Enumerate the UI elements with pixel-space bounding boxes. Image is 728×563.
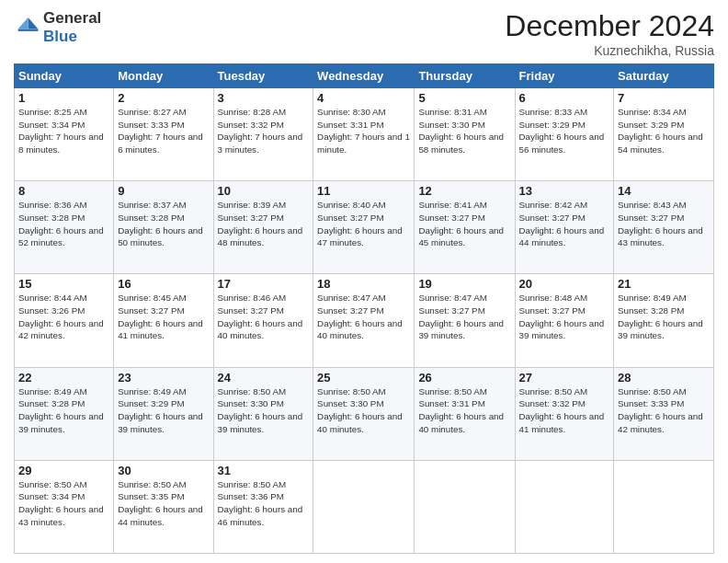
week-row-2: 8 Sunrise: 8:36 AM Sunset: 3:28 PM Dayli…: [15, 181, 714, 274]
day-number: 10: [218, 184, 310, 198]
day-number: 27: [519, 371, 610, 385]
day-number: 31: [218, 464, 310, 477]
calendar-cell: 31 Sunrise: 8:50 AM Sunset: 3:36 PM Dayl…: [213, 460, 313, 553]
calendar-cell: 28 Sunrise: 8:50 AM Sunset: 3:33 PM Dayl…: [614, 367, 714, 460]
col-thursday: Thursday: [415, 64, 515, 88]
day-detail: Sunrise: 8:30 AM Sunset: 3:31 PM Dayligh…: [317, 106, 410, 156]
col-tuesday: Tuesday: [213, 64, 313, 88]
calendar-cell: 22 Sunrise: 8:49 AM Sunset: 3:28 PM Dayl…: [15, 367, 114, 460]
header: General Blue December 2024 Kuznechikha, …: [14, 9, 714, 58]
day-detail: Sunrise: 8:34 AM Sunset: 3:29 PM Dayligh…: [618, 106, 710, 156]
calendar-cell: 15 Sunrise: 8:44 AM Sunset: 3:26 PM Dayl…: [15, 274, 114, 367]
calendar-cell: 29 Sunrise: 8:50 AM Sunset: 3:34 PM Dayl…: [15, 460, 114, 553]
day-detail: Sunrise: 8:43 AM Sunset: 3:27 PM Dayligh…: [618, 199, 710, 249]
day-number: 23: [118, 371, 209, 385]
logo-text: General Blue: [43, 9, 101, 45]
day-detail: Sunrise: 8:27 AM Sunset: 3:33 PM Dayligh…: [118, 106, 209, 156]
day-number: 9: [118, 184, 209, 198]
col-friday: Friday: [515, 64, 614, 88]
day-detail: Sunrise: 8:47 AM Sunset: 3:27 PM Dayligh…: [317, 292, 410, 342]
day-number: 24: [218, 371, 310, 385]
day-detail: Sunrise: 8:42 AM Sunset: 3:27 PM Dayligh…: [519, 199, 610, 249]
svg-rect-2: [18, 29, 39, 30]
day-detail: Sunrise: 8:50 AM Sunset: 3:32 PM Dayligh…: [519, 385, 610, 436]
calendar-cell: 13 Sunrise: 8:42 AM Sunset: 3:27 PM Dayl…: [515, 181, 614, 274]
calendar-cell: 9 Sunrise: 8:37 AM Sunset: 3:28 PM Dayli…: [114, 181, 213, 274]
day-detail: Sunrise: 8:50 AM Sunset: 3:36 PM Dayligh…: [218, 478, 310, 529]
day-detail: Sunrise: 8:41 AM Sunset: 3:27 PM Dayligh…: [418, 199, 510, 249]
day-detail: Sunrise: 8:28 AM Sunset: 3:32 PM Dayligh…: [218, 106, 310, 156]
day-number: 20: [519, 277, 610, 291]
calendar-cell: 20 Sunrise: 8:48 AM Sunset: 3:27 PM Dayl…: [515, 274, 614, 367]
day-number: 4: [317, 91, 410, 105]
calendar-cell: 8 Sunrise: 8:36 AM Sunset: 3:28 PM Dayli…: [15, 181, 114, 274]
svg-marker-0: [28, 17, 39, 29]
calendar-cell: 17 Sunrise: 8:46 AM Sunset: 3:27 PM Dayl…: [213, 274, 313, 367]
col-saturday: Saturday: [614, 64, 714, 88]
calendar-cell: 21 Sunrise: 8:49 AM Sunset: 3:28 PM Dayl…: [614, 274, 714, 367]
page: General Blue December 2024 Kuznechikha, …: [0, 0, 728, 563]
calendar-cell: 25 Sunrise: 8:50 AM Sunset: 3:30 PM Dayl…: [313, 367, 415, 460]
calendar-cell: 5 Sunrise: 8:31 AM Sunset: 3:30 PM Dayli…: [415, 88, 515, 181]
calendar-cell: 24 Sunrise: 8:50 AM Sunset: 3:30 PM Dayl…: [213, 367, 313, 460]
calendar-cell: 6 Sunrise: 8:33 AM Sunset: 3:29 PM Dayli…: [515, 88, 614, 181]
col-sunday: Sunday: [15, 64, 114, 88]
calendar-cell: 19 Sunrise: 8:47 AM Sunset: 3:27 PM Dayl…: [415, 274, 515, 367]
calendar-cell: 27 Sunrise: 8:50 AM Sunset: 3:32 PM Dayl…: [515, 367, 614, 460]
day-number: 12: [418, 184, 510, 198]
day-detail: Sunrise: 8:33 AM Sunset: 3:29 PM Dayligh…: [519, 106, 610, 156]
day-number: 2: [118, 91, 209, 105]
day-detail: Sunrise: 8:37 AM Sunset: 3:28 PM Dayligh…: [118, 199, 209, 249]
day-detail: Sunrise: 8:50 AM Sunset: 3:30 PM Dayligh…: [218, 385, 310, 436]
day-number: 18: [317, 277, 410, 291]
day-detail: Sunrise: 8:25 AM Sunset: 3:34 PM Dayligh…: [18, 106, 109, 156]
day-detail: Sunrise: 8:50 AM Sunset: 3:33 PM Dayligh…: [618, 385, 710, 436]
week-row-5: 29 Sunrise: 8:50 AM Sunset: 3:34 PM Dayl…: [15, 460, 714, 553]
day-number: 6: [519, 91, 610, 105]
header-row: Sunday Monday Tuesday Wednesday Thursday…: [15, 64, 714, 88]
calendar-cell: 11 Sunrise: 8:40 AM Sunset: 3:27 PM Dayl…: [313, 181, 415, 274]
day-number: 7: [618, 91, 710, 105]
calendar-cell: 23 Sunrise: 8:49 AM Sunset: 3:29 PM Dayl…: [114, 367, 213, 460]
logo: General Blue: [14, 9, 101, 45]
calendar-cell: 2 Sunrise: 8:27 AM Sunset: 3:33 PM Dayli…: [114, 88, 213, 181]
day-number: 8: [18, 184, 109, 198]
day-detail: Sunrise: 8:49 AM Sunset: 3:29 PM Dayligh…: [118, 385, 209, 436]
calendar-cell: 12 Sunrise: 8:41 AM Sunset: 3:27 PM Dayl…: [415, 181, 515, 274]
title-block: December 2024 Kuznechikha, Russia: [505, 9, 714, 58]
day-number: 1: [18, 91, 109, 105]
calendar-cell: [415, 460, 515, 553]
day-number: 25: [317, 371, 410, 385]
day-detail: Sunrise: 8:45 AM Sunset: 3:27 PM Dayligh…: [118, 292, 209, 342]
day-number: 29: [18, 464, 109, 477]
day-detail: Sunrise: 8:31 AM Sunset: 3:30 PM Dayligh…: [418, 106, 510, 156]
calendar-cell: 16 Sunrise: 8:45 AM Sunset: 3:27 PM Dayl…: [114, 274, 213, 367]
col-monday: Monday: [114, 64, 213, 88]
svg-marker-1: [18, 17, 28, 29]
day-detail: Sunrise: 8:39 AM Sunset: 3:27 PM Dayligh…: [218, 199, 310, 249]
calendar-cell: 14 Sunrise: 8:43 AM Sunset: 3:27 PM Dayl…: [614, 181, 714, 274]
calendar-cell: 4 Sunrise: 8:30 AM Sunset: 3:31 PM Dayli…: [313, 88, 415, 181]
calendar-cell: [515, 460, 614, 553]
week-row-4: 22 Sunrise: 8:49 AM Sunset: 3:28 PM Dayl…: [15, 367, 714, 460]
day-number: 21: [618, 277, 710, 291]
calendar-cell: 30 Sunrise: 8:50 AM Sunset: 3:35 PM Dayl…: [114, 460, 213, 553]
calendar-cell: 7 Sunrise: 8:34 AM Sunset: 3:29 PM Dayli…: [614, 88, 714, 181]
day-number: 16: [118, 277, 209, 291]
calendar-cell: 18 Sunrise: 8:47 AM Sunset: 3:27 PM Dayl…: [313, 274, 415, 367]
day-detail: Sunrise: 8:44 AM Sunset: 3:26 PM Dayligh…: [18, 292, 109, 342]
day-number: 17: [218, 277, 310, 291]
logo-icon: [14, 15, 40, 40]
day-detail: Sunrise: 8:50 AM Sunset: 3:35 PM Dayligh…: [118, 478, 209, 529]
day-number: 5: [418, 91, 510, 105]
calendar-cell: 3 Sunrise: 8:28 AM Sunset: 3:32 PM Dayli…: [213, 88, 313, 181]
day-number: 26: [418, 371, 510, 385]
day-number: 30: [118, 464, 209, 477]
day-number: 15: [18, 277, 109, 291]
location: Kuznechikha, Russia: [505, 43, 714, 58]
day-detail: Sunrise: 8:40 AM Sunset: 3:27 PM Dayligh…: [317, 199, 410, 249]
week-row-1: 1 Sunrise: 8:25 AM Sunset: 3:34 PM Dayli…: [15, 88, 714, 181]
day-detail: Sunrise: 8:50 AM Sunset: 3:34 PM Dayligh…: [18, 478, 109, 529]
day-number: 19: [418, 277, 510, 291]
day-detail: Sunrise: 8:47 AM Sunset: 3:27 PM Dayligh…: [418, 292, 510, 342]
